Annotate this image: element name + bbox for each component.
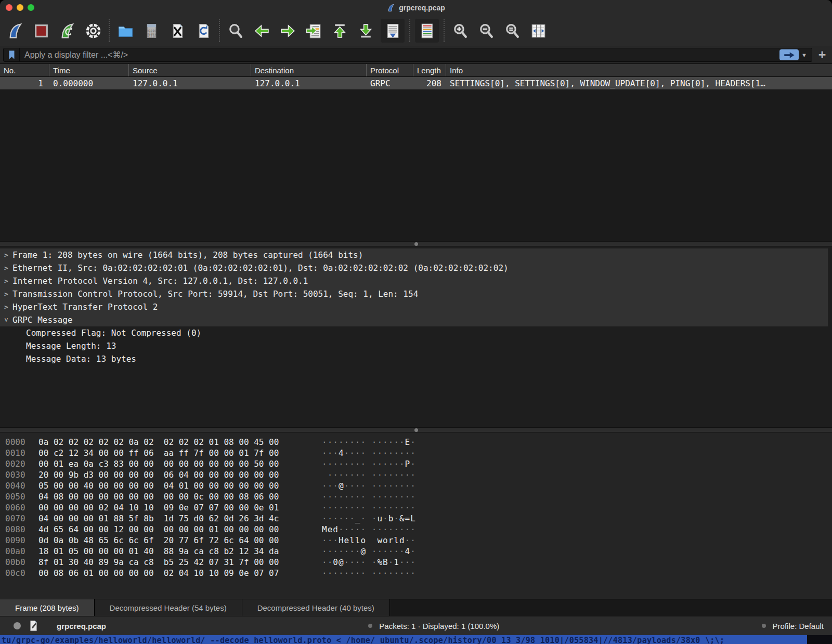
filter-dropdown-chevron-icon[interactable]: ▼ bbox=[801, 52, 807, 58]
hex-offset: 0080 bbox=[5, 524, 38, 534]
close-file-icon bbox=[169, 22, 186, 40]
window-title: grpcreq.pcap bbox=[387, 3, 445, 12]
hex-row[interactable]: 001000 c2 12 34 00 00 ff 06 aa ff 7f 00 … bbox=[5, 448, 832, 458]
restart-capture-icon bbox=[59, 22, 76, 40]
column-header-protocol[interactable]: Protocol bbox=[367, 64, 413, 76]
auto-scroll-button[interactable] bbox=[381, 19, 405, 43]
detail-text: Ethernet II, Src: 0a:02:02:02:02:01 (0a:… bbox=[12, 263, 509, 273]
find-packet-button[interactable] bbox=[223, 19, 249, 43]
display-filter-input[interactable] bbox=[20, 50, 779, 60]
hex-row[interactable]: 006000 00 00 00 02 04 10 10 09 0e 07 07 … bbox=[5, 502, 832, 513]
byte-view-tab[interactable]: Decompressed Header (54 bytes) bbox=[95, 599, 242, 616]
open-file-button[interactable] bbox=[112, 19, 138, 43]
byte-view-tab[interactable]: Decompressed Header (40 bytes) bbox=[242, 599, 390, 616]
hex-row[interactable]: 00000a 02 02 02 02 02 0a 02 02 02 02 01 … bbox=[5, 437, 832, 448]
packet-bytes-pane: 00000a 02 02 02 02 02 0a 02 02 02 02 01 … bbox=[0, 432, 832, 599]
hex-row[interactable]: 00900d 0a 0b 48 65 6c 6c 6f 20 77 6f 72 … bbox=[5, 535, 832, 546]
detail-row[interactable]: >Internet Protocol Version 4, Src: 127.0… bbox=[0, 274, 828, 287]
pane-splitter[interactable] bbox=[0, 241, 832, 246]
hex-row[interactable]: 004005 00 00 40 00 00 00 00 04 01 00 00 … bbox=[5, 480, 832, 491]
statusbar-packet-counts: Packets: 1 · Displayed: 1 (100.0%) bbox=[379, 622, 499, 630]
restart-capture-button[interactable] bbox=[54, 19, 80, 43]
detail-row[interactable]: >HyperText Transfer Protocol 2 bbox=[0, 300, 828, 313]
apply-filter-button[interactable] bbox=[779, 49, 799, 60]
reload-file-button[interactable] bbox=[190, 19, 216, 43]
column-header-time[interactable]: Time bbox=[49, 64, 129, 76]
expert-info-icon[interactable] bbox=[14, 622, 21, 629]
zoom-original-button[interactable] bbox=[499, 19, 525, 43]
resize-columns-button[interactable] bbox=[525, 19, 551, 43]
close-button[interactable] bbox=[6, 4, 12, 11]
packet-list-header: No.TimeSourceDestinationProtocolLengthIn… bbox=[0, 63, 832, 77]
reload-file-icon bbox=[195, 22, 212, 40]
first-packet-button[interactable] bbox=[327, 19, 353, 43]
hex-row[interactable]: 00a018 01 05 00 00 00 01 40 88 9a ca c8 … bbox=[5, 546, 832, 557]
hex-row[interactable]: 005004 08 00 00 00 00 00 00 00 00 0c 00 … bbox=[5, 491, 832, 502]
column-header-no[interactable]: No. bbox=[0, 64, 49, 76]
expand-chevron-icon[interactable]: > bbox=[0, 277, 12, 285]
detail-row[interactable]: Compressed Flag: Not Compressed (0) bbox=[0, 326, 832, 339]
close-file-button[interactable] bbox=[164, 19, 190, 43]
hex-offset: 0060 bbox=[5, 503, 38, 512]
minimize-button[interactable] bbox=[17, 4, 23, 11]
capture-options-button[interactable] bbox=[80, 19, 106, 43]
last-packet-button[interactable] bbox=[353, 19, 379, 43]
expand-chevron-icon[interactable]: > bbox=[0, 251, 12, 259]
packet-cell-info: SETTINGS[0], SETTINGS[0], WINDOW_UPDATE[… bbox=[446, 78, 832, 88]
detail-text: HyperText Transfer Protocol 2 bbox=[12, 302, 158, 312]
add-filter-button-icon[interactable]: + bbox=[815, 48, 829, 61]
expand-chevron-icon[interactable]: > bbox=[0, 303, 12, 311]
column-header-info[interactable]: Info bbox=[446, 64, 832, 76]
colorize-packets-button[interactable] bbox=[415, 19, 439, 43]
hex-offset: 00a0 bbox=[5, 546, 38, 556]
save-file-button[interactable]: 010100110101110 bbox=[138, 19, 164, 43]
hex-row[interactable]: 003020 00 9b d3 00 00 00 00 06 04 00 00 … bbox=[5, 469, 832, 480]
next-packet-button[interactable] bbox=[275, 19, 301, 43]
detail-row[interactable]: >Transmission Control Protocol, Src Port… bbox=[0, 287, 828, 300]
display-filter-bar: ▼ + bbox=[0, 46, 832, 63]
expand-chevron-icon[interactable]: > bbox=[0, 264, 12, 272]
hex-offset: 0050 bbox=[5, 492, 38, 502]
wireshark-start-capture-button[interactable] bbox=[2, 19, 28, 43]
detail-row[interactable]: Message Length: 13 bbox=[0, 339, 832, 352]
column-header-destination[interactable]: Destination bbox=[251, 64, 367, 76]
detail-row[interactable]: Message Data: 13 bytes bbox=[0, 352, 832, 365]
toolbar-separator bbox=[444, 19, 445, 42]
packet-list-empty-area bbox=[0, 89, 832, 241]
hex-row[interactable]: 00b08f 01 30 40 89 9a ca c8 b5 25 42 07 … bbox=[5, 557, 832, 568]
column-header-source[interactable]: Source bbox=[129, 64, 251, 76]
hex-ascii: ········ ······E· bbox=[322, 437, 416, 447]
hex-bytes: 18 01 05 00 00 00 01 40 88 9a ca c8 b2 1… bbox=[38, 546, 322, 556]
stop-capture-button[interactable] bbox=[28, 19, 54, 43]
stop-capture-icon bbox=[33, 22, 50, 40]
expand-chevron-icon[interactable]: > bbox=[0, 290, 12, 298]
detail-row[interactable]: >GRPC Message bbox=[0, 313, 828, 326]
go-to-packet-button[interactable] bbox=[301, 19, 327, 43]
maximize-button[interactable] bbox=[28, 4, 34, 11]
statusbar-filename: grpcreq.pcap bbox=[57, 622, 106, 630]
previous-packet-button[interactable] bbox=[249, 19, 275, 43]
capture-comment-icon[interactable] bbox=[29, 620, 38, 632]
filter-bookmark-icon[interactable] bbox=[4, 48, 20, 61]
hex-row[interactable]: 00c000 08 06 01 00 00 00 00 02 04 10 10 … bbox=[5, 568, 832, 579]
splitter-handle[interactable] bbox=[414, 242, 418, 246]
detail-row[interactable]: >Ethernet II, Src: 0a:02:02:02:02:01 (0a… bbox=[0, 261, 828, 274]
hex-row[interactable]: 002000 01 ea 0a c3 83 00 00 00 00 00 00 … bbox=[5, 458, 832, 469]
packet-row[interactable]: 10.000000127.0.0.1127.0.0.1GRPC208SETTIN… bbox=[0, 77, 832, 89]
column-header-length[interactable]: Length bbox=[413, 64, 446, 76]
splitter-handle[interactable] bbox=[414, 428, 418, 432]
zoom-out-icon bbox=[478, 22, 495, 40]
collapse-chevron-icon[interactable]: > bbox=[3, 314, 10, 326]
zoom-in-button[interactable] bbox=[447, 19, 473, 43]
hex-bytes: 0d 0a 0b 48 65 6c 6c 6f 20 77 6f 72 6c 6… bbox=[38, 535, 322, 545]
hex-row[interactable]: 007004 00 00 00 01 88 5f 8b 1d 75 d0 62 … bbox=[5, 513, 832, 524]
hex-row[interactable]: 00804d 65 64 00 00 12 00 00 00 00 00 01 … bbox=[5, 524, 832, 535]
detail-row[interactable]: >Frame 1: 208 bytes on wire (1664 bits),… bbox=[0, 248, 828, 261]
packet-cell-length: 208 bbox=[413, 78, 446, 88]
detail-text: Message Data: 13 bytes bbox=[26, 354, 136, 364]
statusbar-profile[interactable]: Profile: Default bbox=[773, 622, 824, 630]
byte-view-tab[interactable]: Frame (208 bytes) bbox=[0, 599, 95, 616]
packet-cell-time: 0.000000 bbox=[49, 78, 129, 88]
pane-splitter[interactable] bbox=[0, 427, 832, 432]
zoom-out-button[interactable] bbox=[473, 19, 499, 43]
